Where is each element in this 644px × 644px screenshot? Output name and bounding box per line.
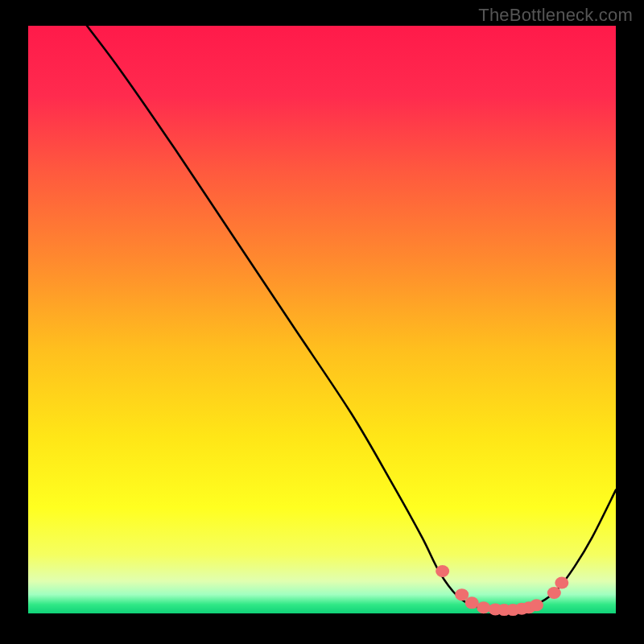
curve-dot [547, 587, 561, 599]
curve-dot [436, 565, 449, 577]
bottleneck-curve [87, 26, 616, 610]
curve-dots [436, 565, 568, 616]
curve-dot [555, 577, 568, 589]
curve-dot [477, 601, 490, 613]
chart-curve-layer [28, 26, 616, 613]
watermark-text: TheBottleneck.com [478, 5, 633, 26]
curve-dot [530, 599, 543, 611]
chart-plot-area [28, 26, 616, 613]
curve-dot [455, 588, 469, 601]
curve-dot [465, 597, 479, 609]
